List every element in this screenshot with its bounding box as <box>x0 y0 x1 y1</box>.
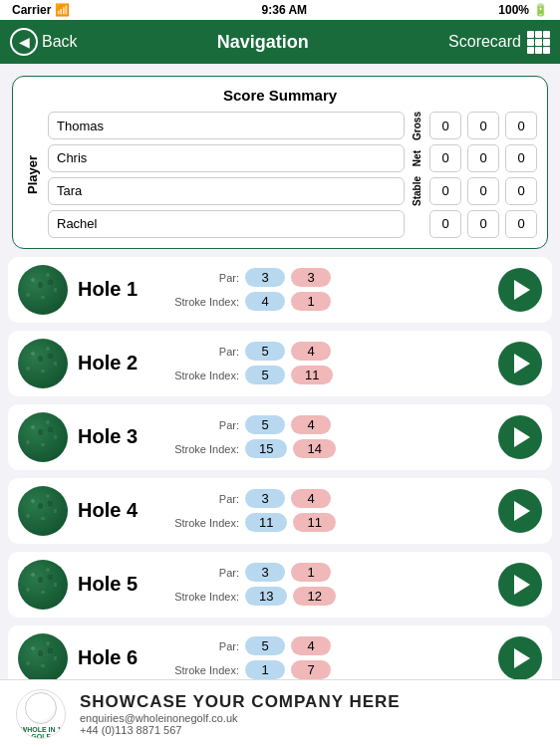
hole-play-button-6[interactable] <box>498 636 542 680</box>
score-row-chris: Net 0 0 0 <box>48 144 537 172</box>
score-row-tara: Stable 0 0 0 <box>48 176 537 206</box>
footer-main-text: SHOWCASE YOUR COMPANY HERE <box>80 692 544 712</box>
player-name-chris[interactable] <box>48 144 405 172</box>
hole-play-button-3[interactable] <box>498 415 542 459</box>
hole-par-row-2: Par: 5 4 <box>167 342 488 361</box>
thomas-net: 0 <box>467 112 499 139</box>
scorecard-grid-icon <box>527 31 550 54</box>
battery-icon: 🔋 <box>533 3 548 17</box>
hole-si-row-3: Stroke Index: 15 14 <box>167 439 488 458</box>
scorecard-button[interactable]: Scorecard <box>448 31 550 54</box>
status-carrier: Carrier 📶 <box>12 3 70 17</box>
si-pink-3: 14 <box>293 439 335 458</box>
hole-name-2: Hole 2 <box>78 352 157 374</box>
hole-par-row-4: Par: 3 4 <box>167 489 488 508</box>
si-label-2: Stroke Index: <box>167 370 239 381</box>
nav-title: Navigation <box>217 32 309 53</box>
si-blue-5: 13 <box>245 587 287 606</box>
hole-ball-3 <box>18 412 68 462</box>
hole-item-2: Hole 2 Par: 5 4 Stroke Index: 5 11 <box>8 331 552 396</box>
hole-item-1: Hole 1 Par: 3 3 Stroke Index: 4 1 <box>8 257 552 323</box>
gns-label-net: Net <box>412 150 422 166</box>
back-button[interactable]: ◀ Back <box>10 28 78 56</box>
hole-play-button-2[interactable] <box>498 342 542 385</box>
si-blue-6: 1 <box>245 660 285 679</box>
par-pink-4: 4 <box>291 489 331 508</box>
hole-si-row-6: Stroke Index: 1 7 <box>167 660 488 679</box>
footer-logo: WHOLE IN 1GOLF <box>16 689 66 739</box>
hole-name-5: Hole 5 <box>78 573 157 596</box>
si-pink-5: 12 <box>293 587 335 606</box>
logo-text: WHOLE IN 1GOLF <box>19 726 63 739</box>
si-blue-2: 5 <box>245 366 285 384</box>
si-pink-1: 1 <box>291 292 331 311</box>
scorecard-label: Scorecard <box>448 33 521 51</box>
si-label-3: Stroke Index: <box>167 443 239 455</box>
par-pink-3: 4 <box>291 415 331 434</box>
hole-play-button-1[interactable] <box>498 268 542 312</box>
si-blue-3: 15 <box>245 439 287 458</box>
hole-item-4: Hole 4 Par: 3 4 Stroke Index: 11 11 <box>8 478 552 544</box>
play-icon-6 <box>514 648 530 668</box>
hole-si-row-5: Stroke Index: 13 12 <box>167 587 488 606</box>
par-pink-2: 4 <box>291 342 331 361</box>
player-name-tara[interactable] <box>48 177 405 205</box>
hole-si-row-1: Stroke Index: 4 1 <box>167 292 488 311</box>
par-blue-3: 5 <box>245 415 285 434</box>
gns-label-stable: Stable <box>412 176 422 206</box>
play-icon-4 <box>514 501 530 521</box>
back-arrow-icon: ◀ <box>10 28 38 56</box>
hole-item-5: Hole 5 Par: 3 1 Stroke Index: 13 12 <box>8 552 552 618</box>
hole-list: Hole 1 Par: 3 3 Stroke Index: 4 1 Hole 2… <box>0 257 560 716</box>
play-icon-3 <box>514 427 530 447</box>
back-label: Back <box>42 33 78 51</box>
footer-email: enquiries@wholeinonegolf.co.uk <box>80 712 544 724</box>
hole-details-1: Par: 3 3 Stroke Index: 4 1 <box>167 268 488 311</box>
hole-item-3: Hole 3 Par: 5 4 Stroke Index: 15 14 <box>8 404 552 470</box>
score-row-thomas: Gross 0 0 0 <box>48 112 537 140</box>
hole-si-row-4: Stroke Index: 11 11 <box>167 513 488 532</box>
golf-ball-logo <box>25 692 57 724</box>
tara-net: 0 <box>467 177 499 205</box>
hole-par-row-5: Par: 3 1 <box>167 563 488 582</box>
status-bar: Carrier 📶 9:36 AM 100% 🔋 <box>0 0 560 20</box>
play-icon-5 <box>514 575 530 595</box>
player-name-rachel[interactable] <box>48 210 405 238</box>
footer: WHOLE IN 1GOLF SHOWCASE YOUR COMPANY HER… <box>0 679 560 747</box>
gns-label-gross: Gross <box>412 112 422 140</box>
si-label-1: Stroke Index: <box>167 296 239 308</box>
hole-ball-5 <box>18 560 68 610</box>
score-summary-title: Score Summary <box>23 87 537 104</box>
si-pink-6: 7 <box>291 660 331 679</box>
wifi-icon: 📶 <box>55 3 70 17</box>
hole-si-row-2: Stroke Index: 5 11 <box>167 366 488 384</box>
carrier-text: Carrier <box>12 3 51 17</box>
hole-details-5: Par: 3 1 Stroke Index: 13 12 <box>167 563 488 606</box>
si-label-6: Stroke Index: <box>167 664 239 676</box>
par-blue-5: 3 <box>245 563 285 582</box>
play-icon-1 <box>514 280 530 300</box>
hole-par-row-3: Par: 5 4 <box>167 415 488 434</box>
battery-text: 100% <box>498 3 529 17</box>
tara-gross: 0 <box>429 177 461 205</box>
hole-par-row-6: Par: 5 4 <box>167 636 488 655</box>
si-pink-4: 11 <box>293 513 335 532</box>
status-right: 100% 🔋 <box>498 3 548 17</box>
par-label-5: Par: <box>167 567 239 579</box>
hole-play-button-5[interactable] <box>498 563 542 607</box>
si-pink-2: 11 <box>291 366 333 384</box>
par-label-4: Par: <box>167 493 239 505</box>
score-summary: Score Summary Player Gross 0 0 0 Net 0 0… <box>12 76 548 249</box>
hole-details-2: Par: 5 4 Stroke Index: 5 11 <box>167 342 488 384</box>
hole-play-button-4[interactable] <box>498 489 542 533</box>
chris-net: 0 <box>467 144 499 172</box>
hole-details-3: Par: 5 4 Stroke Index: 15 14 <box>167 415 488 458</box>
nav-bar: ◀ Back Navigation Scorecard <box>0 20 560 64</box>
rachel-net: 0 <box>467 210 499 238</box>
hole-ball-1 <box>18 265 68 315</box>
player-name-thomas[interactable] <box>48 112 405 139</box>
par-label-1: Par: <box>167 272 239 284</box>
score-row-rachel: - 0 0 0 <box>48 210 537 238</box>
status-time: 9:36 AM <box>262 3 308 17</box>
par-blue-2: 5 <box>245 342 285 361</box>
